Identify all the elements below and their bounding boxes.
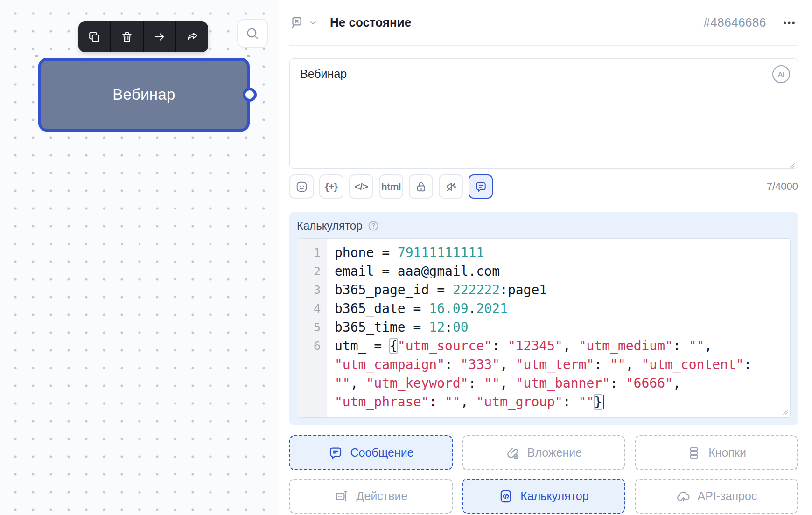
copy-icon (88, 30, 101, 43)
line-number: 4 (297, 299, 327, 318)
code-token-str: "utm_content" (641, 357, 743, 372)
block-button-label: Кнопки (708, 446, 746, 459)
line-number: 2 (297, 262, 327, 281)
code-token-str: "utm_keyword" (366, 376, 468, 391)
ai-assistant-button[interactable]: AI (772, 65, 790, 83)
code-token-num: 79111111111 (398, 245, 484, 260)
dots-menu-icon (782, 16, 796, 30)
code-token-plain: : (445, 357, 461, 372)
help-icon (367, 220, 379, 232)
code-token-str: "utm_source" (398, 338, 492, 354)
code-token-plain: , (563, 338, 579, 354)
mute-button[interactable] (439, 174, 463, 199)
text-cursor (603, 395, 604, 409)
page-title: Не состояние (330, 15, 411, 30)
block-button-calculator[interactable]: Калькулятор (462, 479, 625, 514)
emoji-icon (295, 181, 308, 193)
move-node-button[interactable] (143, 21, 175, 52)
code-token-str: "6666" (626, 376, 673, 391)
node-toolbar (78, 21, 208, 52)
calculator-label: Калькулятор (297, 219, 363, 232)
calculator-code-editor[interactable]: 1phone = 791111111112email = aaa@gmail.c… (297, 238, 791, 418)
code-token-plain: : (492, 338, 508, 354)
code-line: b365_date = 16.09.2021 (327, 299, 790, 318)
message-text-input[interactable]: Вебинар AI (289, 58, 798, 169)
block-button-action[interactable]: Действие (289, 479, 453, 514)
code-token-plain: , (500, 357, 516, 372)
code-token-plain: . (469, 301, 476, 316)
insert-code-button[interactable]: </> (349, 174, 373, 199)
message-icon (328, 445, 343, 460)
delete-node-button[interactable] (110, 21, 143, 52)
lock-button[interactable] (409, 174, 433, 199)
node-resize-handle[interactable] (247, 55, 250, 57)
emoji-button[interactable] (289, 174, 314, 199)
code-line: "utm_phrase": "", "utm_group": ""} (327, 393, 790, 417)
block-button-attachment[interactable]: Вложение (462, 435, 625, 470)
comment-button[interactable] (469, 174, 493, 199)
code-token-plain: : (429, 394, 445, 410)
message-toolbar: {+}</>html7/4000 (289, 174, 798, 199)
code-token-str: "utm_phrase" (335, 394, 429, 410)
share-node-button[interactable] (175, 21, 208, 52)
duplicate-node-button[interactable] (78, 21, 110, 52)
lock-icon (415, 181, 427, 193)
code-token-str: "utm_group" (476, 394, 562, 410)
code-token-num: 00 (453, 320, 469, 335)
code-token-plain: : (610, 376, 626, 391)
action-icon (335, 489, 350, 504)
flow-canvas[interactable]: Вебинар (0, 0, 279, 515)
help-button[interactable] (367, 220, 379, 232)
code-line: email = aaa@gmail.com (327, 262, 790, 281)
code-line: "utm_campaign": "333", "utm_term": "", "… (327, 355, 790, 374)
block-button-message[interactable]: Сообщение (289, 435, 453, 470)
textarea-resize-grip[interactable] (787, 158, 796, 167)
code-token-num: 222222 (453, 282, 500, 298)
code-token-plain: b365_page_id = (335, 282, 453, 298)
code-line: b365_time = 12:00 (327, 318, 790, 337)
more-menu-button[interactable] (780, 14, 798, 32)
html-mode-label: html (381, 181, 401, 192)
code-token-str: "" (579, 394, 595, 410)
node-label: Вебинар (112, 86, 175, 104)
html-mode-button[interactable]: html (379, 174, 403, 199)
trash-icon (120, 30, 133, 43)
insert-code-label: </> (355, 181, 368, 192)
insert-variable-button[interactable]: {+} (319, 174, 343, 199)
code-token-bracket: } (594, 394, 602, 410)
code-token-plain: b365_date = (335, 301, 429, 316)
code-token-plain: phone = (335, 245, 398, 260)
search-icon (245, 26, 260, 41)
char-counter: 7/4000 (767, 181, 798, 193)
canvas-search-button[interactable] (237, 19, 268, 48)
node-resize-handle[interactable] (35, 55, 38, 57)
editor-resize-grip[interactable] (780, 407, 789, 416)
code-token-plain: email = aaa@gmail.com (335, 264, 500, 279)
chevron-down-icon[interactable] (308, 18, 318, 28)
code-token-str: "" (335, 376, 350, 391)
code-token-str: "utm_term" (516, 357, 595, 372)
insert-variable-label: {+} (325, 181, 337, 192)
calculator-header: Калькулятор (297, 219, 791, 233)
code-token-num: 2021 (476, 301, 507, 316)
code-token-plain: : (563, 394, 579, 410)
line-number: 3 (297, 281, 327, 299)
code-token-plain: : (744, 357, 752, 372)
arrow-right-icon (153, 30, 166, 43)
block-button-buttons[interactable]: Кнопки (635, 435, 798, 470)
state-flag-icon[interactable] (289, 15, 304, 30)
code-token-plain: utm_ = (335, 338, 390, 354)
code-token-str: "12345" (508, 338, 563, 354)
code-token-str: "" (445, 394, 461, 410)
block-button-label: API-запрос (698, 489, 757, 503)
block-button-api[interactable]: API-запрос (635, 479, 798, 514)
buttons-icon (686, 445, 701, 460)
flow-node-webinar[interactable]: Вебинар (38, 58, 250, 132)
code-token-str: "utm_campaign" (335, 357, 445, 372)
line-number: 5 (297, 318, 327, 337)
code-token-str: "utm_banner" (516, 376, 610, 391)
block-type-buttons: СообщениеВложениеКнопкиДействиеКалькулят… (289, 435, 798, 514)
node-output-port[interactable] (243, 88, 257, 102)
code-token-plain: b365_time = (335, 320, 429, 335)
line-number (297, 393, 327, 417)
